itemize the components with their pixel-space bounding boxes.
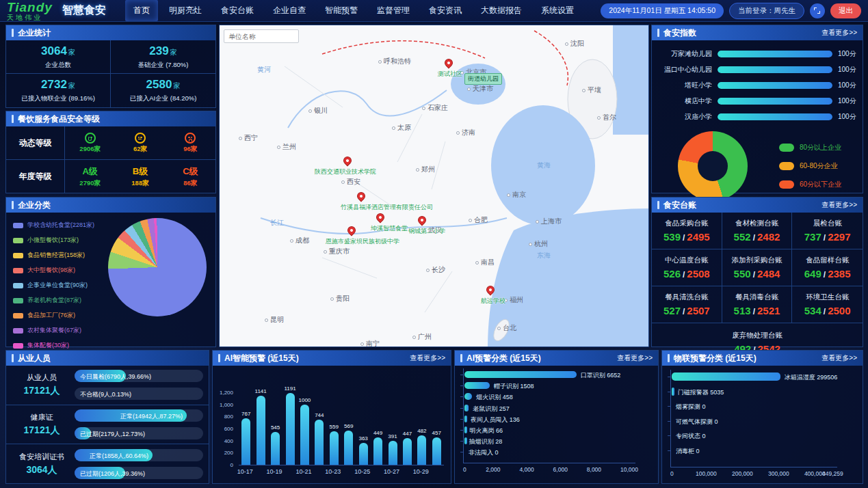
- category-legend-item-6[interactable]: 食品加工厂(76家): [13, 311, 94, 320]
- row-tick: [668, 406, 670, 407]
- ledger-cell-8: 环境卫生台账534/2500: [792, 286, 863, 323]
- row-tick: [668, 392, 670, 392]
- city-dot-icon: [582, 89, 586, 92]
- ledger-name: 食品留样台账: [806, 256, 849, 265]
- map-city-13: 西安: [341, 177, 360, 187]
- city-name: 杭州: [534, 239, 548, 249]
- index-bar-track: [718, 82, 832, 89]
- ledger-red-count: 2521: [757, 305, 780, 316]
- x-axis-tick: 2,000: [486, 466, 500, 473]
- city-dot-icon: [412, 336, 416, 339]
- panel-ledger: 食安台账 查看更多>> 食品采购台账539/2495食材检测台账552/2482…: [651, 197, 863, 347]
- city-name: 成都: [295, 236, 309, 245]
- donut-legend-item-0[interactable]: 80分以上企业: [779, 143, 841, 152]
- category-legend-item-4[interactable]: 企事业单位食堂(90家): [13, 281, 94, 290]
- personnel-rows: 从业人员17121人今日晨检(6790人,39.66%)不合格(9人,0.13%…: [6, 366, 209, 484]
- city-name: 南京: [512, 190, 526, 200]
- ledger-cell-3: 中心温度台账526/2508: [652, 249, 722, 286]
- panel-ai-warning-category: AI预警分类 (近15天) 查看更多>> 口罩识别 6652帽子识别 1508烟…: [454, 350, 659, 484]
- map-water-label-2: 东海: [537, 251, 551, 260]
- ledger-cell-4: 添加剂采购台账550/2484: [722, 249, 793, 286]
- legend-label: 60-80分企业: [800, 161, 838, 171]
- index-score: 100分: [832, 96, 857, 106]
- nav-item-3[interactable]: 企业自查: [265, 0, 314, 21]
- bar-label: 门磁报警器 5035: [678, 388, 724, 397]
- nav-item-0[interactable]: 首页: [125, 0, 158, 21]
- panel-enterprise-category-header: 企业分类: [6, 198, 215, 213]
- ledger-green-count: 513: [734, 305, 751, 316]
- nav-item-5[interactable]: 监督管理: [369, 0, 418, 21]
- bar-label: 烟雾探测 0: [676, 403, 706, 411]
- bar-value-label: 744: [308, 412, 331, 418]
- index-bar-track: [718, 66, 832, 73]
- stat-cell-0: 3064家企业总数: [6, 40, 111, 74]
- logout-button[interactable]: 退出: [830, 3, 861, 18]
- legend-label: 集体配餐(30家): [27, 341, 69, 350]
- category-legend-item-2[interactable]: 食品销售经营(158家): [13, 251, 94, 260]
- panel-ledger-header: 食安台账 查看更多>>: [652, 198, 863, 213]
- map-kindergarten-label: 街道幼儿园: [464, 73, 502, 85]
- ledger-green-count: 550: [734, 268, 751, 280]
- row-tick: [460, 385, 463, 386]
- category-legend-item-3[interactable]: 大中型餐饮(98家): [13, 266, 94, 275]
- map-city-3: 天津市: [467, 84, 493, 94]
- ledger-numbers: 513/2521: [734, 305, 780, 316]
- view-more-link[interactable]: 查看更多>>: [821, 200, 857, 210]
- nav-item-2[interactable]: 食安台账: [213, 0, 262, 21]
- ledger-red-count: 2482: [757, 231, 780, 243]
- category-legend-item-1[interactable]: 小微型餐饮(173家): [13, 236, 94, 245]
- nav-item-6[interactable]: 食安资讯: [421, 0, 470, 21]
- index-bar-track: [718, 113, 832, 120]
- donut-legend-item-1[interactable]: 60-80分企业: [779, 161, 841, 171]
- safety-index-row-3: 横店中学100分: [652, 93, 863, 109]
- top-bar: Tiandy 天地伟业 智慧食安 首页明厨亮灶食安台账企业自查智能预警监督管理食…: [0, 0, 868, 22]
- city-dot-icon: [330, 297, 334, 301]
- index-name: 温口中心幼儿园: [657, 65, 718, 74]
- safety-index-row-1: 温口中心幼儿园100分: [652, 62, 863, 77]
- row-tick: [668, 377, 670, 377]
- city-dot-icon: [378, 60, 382, 64]
- donut-legend-item-2[interactable]: 60分以下企业: [779, 180, 841, 189]
- fullscreen-button[interactable]: [810, 3, 825, 18]
- nav-item-1[interactable]: 明厨亮灶: [161, 0, 210, 21]
- ledger-numbers: 649/2385: [804, 268, 851, 280]
- y-axis-tick: 800: [214, 414, 233, 420]
- city-dot-icon: [265, 318, 268, 322]
- index-bar-fill: [718, 98, 832, 105]
- view-more-link[interactable]: 查看更多>>: [821, 353, 857, 363]
- level-items: A级2790家B级188家C级86家: [65, 160, 215, 193]
- city-name: 合肥: [474, 215, 488, 225]
- china-map[interactable]: 沈阳呼和浩特北京市天津市平壤首尔银川石家庄太原济南西宁兰州郑州西安南京合肥上海市…: [219, 25, 649, 347]
- y-axis-line: [463, 368, 464, 463]
- city-name: 郑州: [421, 165, 435, 174]
- view-more-link[interactable]: 查看更多>>: [617, 353, 653, 363]
- panel-safety-level: 餐饮服务食品安全等级 动态等级2906家62家96家年度等级A级2790家B级1…: [5, 111, 216, 193]
- personnel-bar-track: 已过期(1206人,39.36%): [75, 467, 203, 479]
- legend-swatch: [779, 144, 794, 152]
- view-more-link[interactable]: 查看更多>>: [410, 353, 445, 363]
- map-city-14: 南京: [507, 190, 526, 200]
- current-user: 当前登录：周先生: [729, 3, 804, 19]
- category-legend-item-0[interactable]: 学校含幼托食堂(2281家): [13, 221, 94, 230]
- category-legend-item-8[interactable]: 集体配餐(30家): [13, 341, 94, 350]
- map-city-23: 贵阳: [330, 294, 350, 303]
- bar-明火离岗: [464, 426, 467, 433]
- nav-item-8[interactable]: 系统设置: [533, 0, 582, 21]
- city-name: 银川: [314, 106, 328, 116]
- panel-title: 企业统计: [18, 27, 51, 39]
- nav-item-7[interactable]: 大数据报告: [473, 0, 530, 21]
- city-name: 重庆市: [329, 247, 350, 256]
- y-axis-line: [670, 370, 671, 467]
- category-legend-item-7[interactable]: 农村集体聚餐(67家): [13, 326, 94, 335]
- category-legend-item-5[interactable]: 养老机构食堂(87家): [13, 296, 94, 305]
- view-more-link[interactable]: 查看更多>>: [821, 28, 857, 38]
- bar-value-label: 1191: [278, 385, 302, 392]
- city-name: 西宁: [244, 133, 258, 143]
- level-row-label: 动态等级: [6, 126, 65, 159]
- ledger-separator: /: [824, 233, 826, 243]
- nav-item-4[interactable]: 智能预警: [317, 0, 366, 21]
- panel-enterprise-category: 企业分类 学校含幼托食堂(2281家)小微型餐饮(173家)食品销售经营(158…: [5, 197, 216, 347]
- map-search-input[interactable]: [224, 29, 299, 43]
- city-name: 南昌: [481, 258, 495, 267]
- personnel-row-bars: 正常(14942人,87.27%)已过期(2179人,12.73%): [75, 409, 206, 439]
